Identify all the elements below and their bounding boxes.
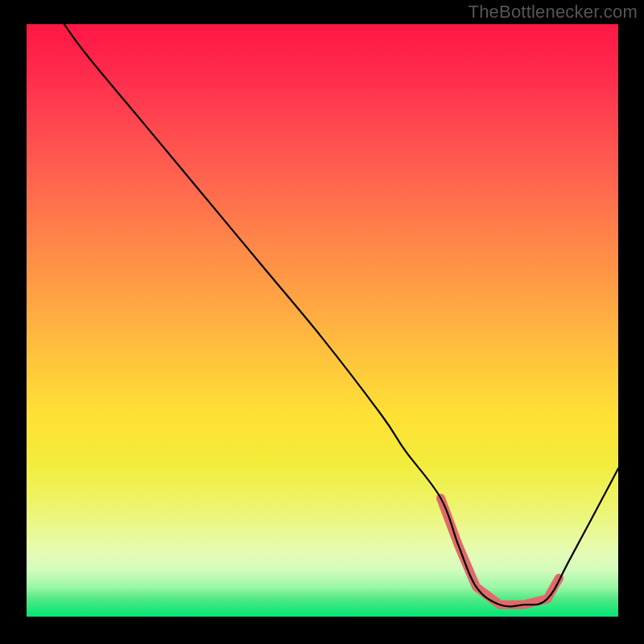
chart-highlight-segment [441,498,559,605]
attribution-text: TheBottlenecker.com [469,2,638,23]
chart-line [56,24,618,606]
chart-plot-area [27,24,618,617]
chart-svg [27,24,618,617]
